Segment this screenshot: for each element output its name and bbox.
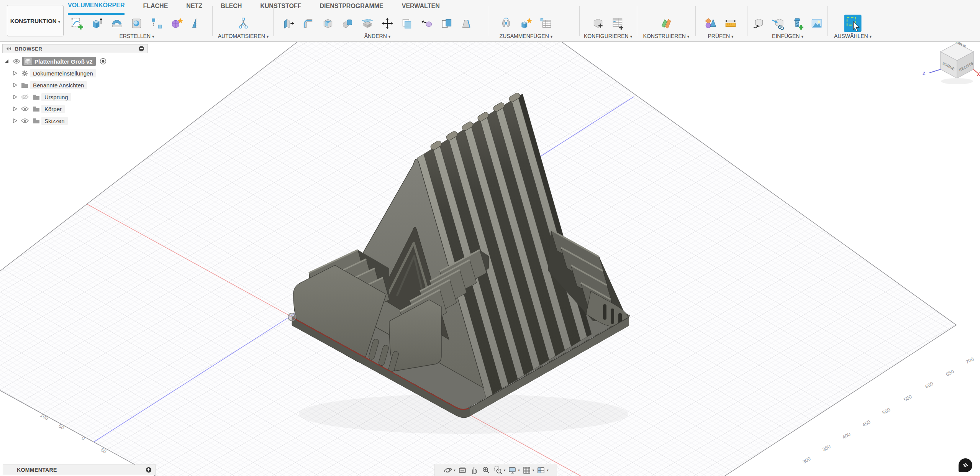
panel-plus-icon[interactable] [146, 467, 152, 473]
revolve-icon[interactable] [108, 15, 126, 32]
tab-volumenkoerper[interactable]: VOLUMENKÖRPER [68, 0, 125, 15]
feedback-chat-button[interactable] [959, 458, 972, 472]
expander-closed-icon[interactable] [11, 71, 19, 76]
tab-blech[interactable]: BLECH [221, 0, 242, 14]
group-aendern: ÄNDERN [280, 14, 475, 39]
remove-icon[interactable] [418, 15, 436, 32]
visibility-eye-icon[interactable] [19, 106, 31, 112]
bom-table-icon[interactable] [537, 15, 555, 32]
tree-item-label[interactable]: Ursprung [41, 93, 71, 101]
configuration-table-icon[interactable] [609, 15, 627, 32]
origin-marker[interactable] [288, 313, 296, 321]
tree-item-label[interactable]: Skizzen [41, 117, 68, 125]
collapse-panel-icon[interactable] [6, 46, 12, 51]
draft-icon[interactable] [457, 15, 475, 32]
joint-icon[interactable] [497, 15, 515, 32]
move-copy-icon[interactable] [379, 15, 396, 32]
chevron-down-icon[interactable]: ▾ [547, 468, 549, 472]
tab-kunststoff[interactable]: KUNSTSTOFF [260, 0, 301, 14]
split-body-icon[interactable] [359, 15, 376, 32]
group-label-konstruieren[interactable]: KONSTRUIEREN [642, 33, 690, 39]
tree-item-label[interactable]: Körper [41, 105, 65, 113]
tab-netz[interactable]: NETZ [186, 0, 202, 14]
expander-closed-icon[interactable] [11, 107, 19, 111]
derive-icon[interactable] [750, 15, 767, 32]
pan-icon[interactable] [469, 465, 480, 475]
tree-item-benannte-ansichten[interactable]: Benannte Ansichten [11, 80, 148, 90]
group-label-automatisieren[interactable]: AUTOMATISIEREN [216, 33, 270, 39]
group-label-einfuegen[interactable]: EINFÜGEN [750, 33, 825, 39]
grid-display-icon[interactable] [521, 465, 532, 475]
group-label-zusammenfuegen[interactable]: ZUSAMMENFÜGEN [493, 33, 559, 39]
insert-fastener-icon[interactable] [789, 15, 806, 32]
group-pruefen: PRÜFEN [700, 14, 742, 39]
zoom-window-icon[interactable] [493, 465, 503, 475]
toolbar-separator [273, 6, 274, 36]
group-label-konfigurieren[interactable]: KONFIGURIEREN [584, 33, 632, 39]
toolbar-separator [488, 6, 488, 36]
orbit-icon[interactable] [442, 465, 453, 475]
chevron-down-icon[interactable]: ▾ [504, 468, 506, 472]
component-cube-icon [24, 57, 32, 65]
offset-face-icon[interactable] [398, 15, 416, 32]
workspace-switcher-button[interactable]: KONSTRUKTION [7, 5, 64, 36]
chevron-down-icon[interactable]: ▾ [533, 468, 534, 472]
tree-item-root[interactable]: Plattenhalter Groß v2 [2, 56, 148, 66]
root-item-label[interactable]: Plattenhalter Groß v2 [22, 57, 96, 66]
activate-radio-button[interactable] [97, 58, 109, 65]
scripts-addins-icon[interactable] [234, 15, 252, 32]
comments-title: KOMMENTARE [17, 467, 57, 473]
create-form-icon[interactable] [168, 15, 185, 32]
tree-item-ursprung[interactable]: Ursprung [11, 92, 148, 102]
visibility-eye-icon[interactable] [19, 118, 31, 123]
panel-minus-icon[interactable] [138, 46, 144, 52]
section-ruler-icon[interactable] [722, 15, 739, 32]
insert-canvas-icon[interactable] [808, 15, 826, 32]
toolbar-separator [579, 6, 580, 36]
chevron-down-icon[interactable]: ▾ [454, 468, 456, 472]
chevron-down-icon[interactable]: ▾ [518, 468, 520, 472]
expander-closed-icon[interactable] [11, 118, 19, 123]
tree-item-skizzen[interactable]: Skizzen [11, 116, 148, 126]
extrude-icon[interactable] [88, 15, 106, 32]
group-label-pruefen[interactable]: PRÜFEN [700, 33, 742, 39]
display-settings-icon[interactable] [507, 465, 518, 475]
tree-item-label[interactable]: Dokumenteinstellungen [30, 69, 96, 77]
tab-flaeche[interactable]: FLÄCHE [143, 0, 168, 14]
hole-icon[interactable] [128, 15, 146, 32]
configuration-icon[interactable] [589, 15, 607, 32]
group-label-auswaehlen[interactable]: AUSWÄHLEN [831, 33, 874, 39]
group-label-aendern[interactable]: ÄNDERN [280, 33, 475, 39]
tab-verwalten[interactable]: VERWALTEN [402, 0, 440, 14]
shell-icon[interactable] [319, 15, 337, 32]
create-sketch-icon[interactable] [68, 15, 86, 32]
measure-icon[interactable] [702, 15, 719, 32]
press-pull-icon[interactable] [280, 15, 297, 32]
look-at-icon[interactable] [457, 465, 468, 475]
construction-plane-icon[interactable] [657, 15, 675, 32]
new-component-icon[interactable] [517, 15, 535, 32]
svg-text:700: 700 [965, 356, 975, 365]
tab-dienstprogramme[interactable]: DIENSTPROGRAMME [320, 0, 383, 14]
fillet-icon[interactable] [300, 15, 317, 32]
folder-icon [19, 82, 30, 88]
select-icon[interactable] [844, 14, 862, 33]
tree-item-label[interactable]: Benannte Ansichten [30, 81, 87, 89]
visibility-eye-icon[interactable] [11, 59, 22, 64]
expander-open-icon[interactable] [2, 59, 11, 64]
tree-item-koerper[interactable]: Körper [11, 104, 148, 114]
combine-icon[interactable] [339, 15, 357, 32]
expander-closed-icon[interactable] [11, 95, 19, 99]
chevron-down-icon [57, 18, 61, 24]
group-label-erstellen[interactable]: ERSTELLEN [67, 33, 207, 39]
zoom-icon[interactable] [481, 465, 492, 475]
insert-derive-icon[interactable] [770, 15, 787, 32]
visibility-eye-off-icon[interactable] [19, 94, 31, 100]
viewports-icon[interactable] [536, 465, 546, 475]
expander-closed-icon[interactable] [11, 83, 19, 87]
tree-item-dokumenteinstellungen[interactable]: Dokumenteinstellungen [11, 68, 148, 78]
rectangular-pattern-icon[interactable] [148, 15, 166, 32]
mirror-icon[interactable] [188, 15, 205, 32]
replace-face-icon[interactable] [438, 15, 456, 32]
comments-panel[interactable]: KOMMENTARE [3, 465, 156, 475]
